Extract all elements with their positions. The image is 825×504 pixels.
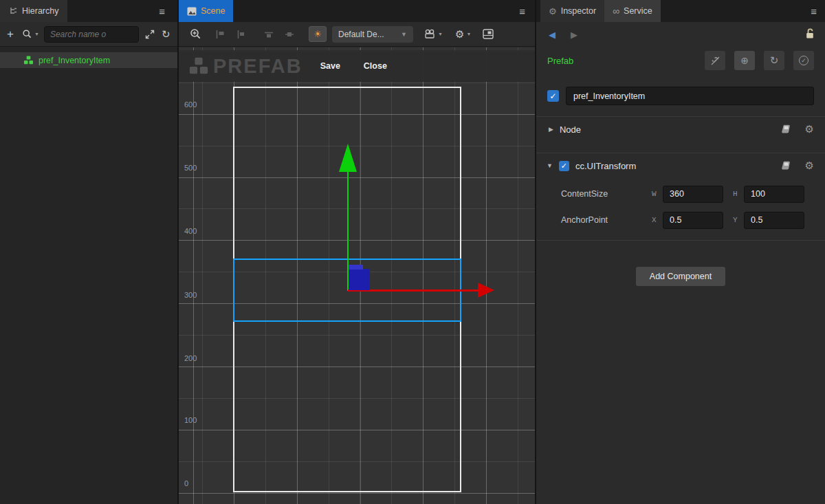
device-dropdown-label: Default De... [338,30,399,39]
ruler-label-600: 600 [184,100,208,109]
refresh-hierarchy-icon[interactable]: ↻ [162,28,170,41]
prefab-cubes-icon [23,55,34,65]
anchor-x-letter-label: X [652,216,663,224]
scene-viewport[interactable]: 600 500 400 300 200 100 0 PREFAB Save Cl… [179,47,535,504]
hierarchy-menu-icon[interactable]: ≡ [159,0,165,22]
prefab-save-button[interactable]: Save [320,61,340,71]
tab-hierarchy[interactable]: Hierarchy [0,0,67,22]
gizmo-xy-handle[interactable] [349,269,370,290]
hierarchy-item-pref-inventoryitem[interactable]: pref_InventoryItem [0,52,177,68]
content-size-h-input[interactable] [744,186,804,203]
scene-tab-label: Scene [201,6,225,16]
inspector-menu-icon[interactable]: ≡ [811,0,817,22]
camera-caret-icon[interactable]: ▼ [438,32,443,36]
device-dropdown-caret-icon: ▼ [401,31,407,38]
device-dropdown[interactable]: Default De... ▼ [332,26,413,43]
gear-caret-icon[interactable]: ▼ [466,32,471,36]
search-filter-caret-icon[interactable]: ▼ [34,32,39,36]
nav-forward-icon[interactable]: ▶ [571,30,578,40]
gizmo-xy-handle-accent [349,265,363,270]
revert-prefab-button[interactable]: ↻ [764,51,784,70]
align-center-h-icon[interactable] [235,30,245,39]
content-size-row: ContentSize W H [561,185,804,203]
anchor-point-label: AnchorPoint [561,215,652,225]
anchor-point-y-input[interactable] [744,212,804,229]
layout-windows-icon[interactable] [483,29,494,39]
node-help-book-icon[interactable] [781,124,791,134]
hierarchy-tabbar: Hierarchy ≡ [0,0,177,22]
ruler-label-0: 0 [184,479,208,487]
inspector-tab-label: Inspector [561,6,596,16]
ruler-label-200: 200 [184,354,208,362]
prefab-asset-label: Prefab [547,56,573,66]
node-section-header[interactable]: ▶ Node ⚙ [536,117,825,142]
camera-settings-icon[interactable] [424,29,436,39]
uitransform-section-header[interactable]: ▼ ✓ cc.UITransform ⚙ [536,153,825,178]
gizmo-toggle-button[interactable]: ☀ [309,26,327,42]
node-disclosure-icon[interactable]: ▶ [549,126,553,133]
node-section-title: Node [560,124,581,135]
apply-prefab-button[interactable]: ✓ [793,51,814,70]
tab-scene[interactable]: Scene [179,0,233,22]
zoom-tool-icon[interactable] [190,28,201,40]
prefab-mode-cubes-icon [188,56,209,76]
hierarchy-tree-icon [8,6,18,16]
prefab-mode-bar: PREFAB Save Close [179,50,535,82]
scene-image-icon [187,7,197,16]
height-letter-label: H [733,190,744,198]
hierarchy-toolbar: + ▼ ↻ [0,22,177,47]
uitransform-help-book-icon[interactable] [781,161,791,171]
scene-gear-icon[interactable]: ⚙ [455,28,464,41]
content-size-label: ContentSize [561,189,652,199]
scene-panel: Scene ≡ ☀ Default De... ▼ [179,0,535,504]
unlink-prefab-button[interactable] [705,51,725,70]
nav-back-icon[interactable]: ◀ [549,30,556,40]
prefab-asset-row: Prefab ⊕ ↻ ✓ [536,47,825,74]
tab-service[interactable]: ∞ Service [604,0,661,22]
gizmo-x-arrowhead-icon[interactable] [478,283,494,298]
scene-menu-icon[interactable]: ≡ [519,0,525,22]
hierarchy-item-label: pref_InventoryItem [38,56,110,65]
lock-icon[interactable] [804,28,815,39]
search-filter-icon[interactable] [22,29,32,39]
ruler-label-100: 100 [184,416,208,424]
align-top-icon[interactable] [263,30,274,39]
uitransform-section-title: cc.UITransform [575,161,636,171]
service-link-icon: ∞ [613,6,619,17]
node-settings-gear-icon[interactable]: ⚙ [805,123,814,135]
node-name-row: ✓ [547,87,814,105]
hierarchy-panel: Hierarchy ≡ + ▼ ↻ pref_InventoryItem [0,0,177,504]
node-active-checkbox[interactable]: ✓ [547,90,559,102]
inspector-gear-icon: ⚙ [549,6,557,17]
prefab-mode-title: PREFAB [213,55,302,78]
ruler-label-400: 400 [184,227,208,235]
hierarchy-search-input[interactable] [44,26,139,43]
node-name-input[interactable] [566,87,814,105]
width-letter-label: W [652,190,663,198]
gizmo-y-arrowhead-icon[interactable] [339,144,357,172]
uitransform-disclosure-icon[interactable]: ▼ [547,162,553,169]
locate-prefab-button[interactable]: ⊕ [734,51,755,70]
prefab-close-button[interactable]: Close [364,61,387,71]
content-size-w-input[interactable] [663,186,723,203]
anchor-y-letter-label: Y [733,216,744,224]
uitransform-enabled-checkbox[interactable]: ✓ [559,161,569,171]
create-node-button[interactable]: + [7,28,14,41]
cocos-creator-editor: Hierarchy ≡ + ▼ ↻ pref_InventoryItem [0,0,825,504]
uitransform-settings-gear-icon[interactable]: ⚙ [805,160,814,172]
expand-all-icon[interactable] [145,30,155,39]
uitransform-section: ▼ ✓ cc.UITransform ⚙ ContentSize W H [536,153,825,241]
scene-tabbar: Scene ≡ [179,0,535,22]
add-component-button[interactable]: Add Component [636,267,725,286]
ruler-label-300: 300 [184,291,208,299]
tab-inspector[interactable]: ⚙ Inspector [540,0,604,22]
anchor-point-x-input[interactable] [663,212,723,229]
align-left-icon[interactable] [215,30,226,39]
scene-toolbar: ☀ Default De... ▼ ▼ ⚙ ▼ [179,22,535,47]
align-center-v-icon[interactable] [284,30,295,39]
hierarchy-tab-label: Hierarchy [22,6,59,16]
ruler-label-500: 500 [184,164,208,172]
node-section: ▶ Node ⚙ [536,116,825,142]
inspector-nav-row: ◀ ▶ [536,22,825,47]
check-circle-icon: ✓ [799,56,808,65]
